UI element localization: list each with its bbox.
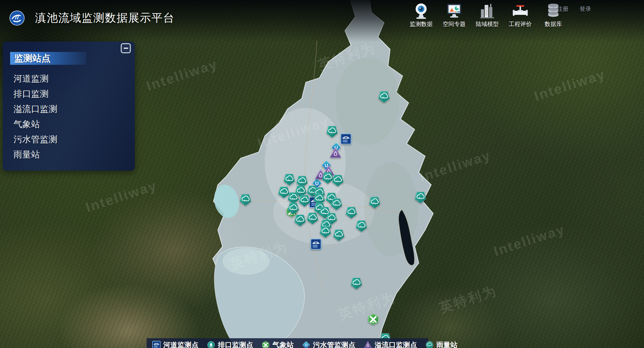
register-link[interactable]: 注册 [557,5,568,13]
nav-item-label: 空间专题 [443,20,466,28]
station-type-item[interactable]: 雨量站 [13,147,135,162]
buildings-icon [478,2,496,20]
login-link[interactable]: 登录 [580,5,591,13]
map-marker-rain[interactable] [239,193,252,206]
map-marker-rain[interactable] [306,212,319,225]
nav-item-label: 工程评价 [509,20,532,28]
map-marker-rain[interactable] [332,229,345,241]
nav-item-label: 陆域模型 [476,20,499,28]
map-legend: 河道监测点 排口监测点 气象站 污水管监测点 溢流口监测点 雨量站 [147,338,428,348]
legend-item-label: 溢流口监测点 [375,340,417,348]
legend-item-label: 雨量站 [436,340,458,348]
weather-marker-icon [261,341,270,348]
auth-links: 注册 登录 [557,5,591,13]
legend-item-label: 排口监测点 [218,340,253,348]
nav-item-valve[interactable]: 工程评价 [506,2,534,28]
collapse-panel-button[interactable] [121,43,131,53]
map-marker-rain[interactable] [378,90,390,103]
overflow-marker-icon [363,341,372,348]
nav-item-label: 监测数据 [410,20,433,28]
outfall-marker-icon [207,341,215,348]
legend-item-overflow[interactable]: 溢流口监测点 [363,340,417,348]
page-title: 滇池流域监测数据展示平台 [35,10,175,26]
nav-item-webcam[interactable]: 监测数据 [407,2,435,28]
map-marker-rain[interactable] [345,206,358,219]
app-root: Intelliway英特利为Intelliway英特利为IntelliwayIn… [0,0,644,348]
legend-item-label: 河道监测点 [163,340,199,348]
top-bar: 滇池流域监测数据展示平台 监测数据 空间专题 陆域模型 工程评价 数据库 注册 … [0,0,644,34]
map-marker-rain[interactable] [414,191,427,204]
map-marker-overflow[interactable] [329,146,342,159]
map-marker-rain[interactable] [319,225,332,238]
map-marker-weather[interactable] [367,313,380,326]
legend-item-rain[interactable]: 雨量站 [425,340,458,348]
map-marker-rain[interactable] [287,202,300,215]
map-marker-rain[interactable] [294,214,306,227]
legend-item-label: 气象站 [272,340,294,348]
map-marker-rain[interactable] [331,174,344,187]
minus-icon [124,48,128,49]
station-type-item[interactable]: 排口监测 [13,86,135,102]
station-type-list: 河道监测排口监测溢流口监测气象站污水管监测雨量站 [3,71,135,162]
river-marker-icon [152,341,161,348]
valve-icon [511,2,529,20]
map-marker-rain[interactable] [326,125,339,138]
legend-item-outfall[interactable]: 排口监测点 [207,340,253,348]
station-type-item[interactable]: 溢流口监测 [13,102,135,117]
legend-item-river[interactable]: 河道监测点 [152,340,199,348]
brand: 滇池流域监测数据展示平台 [9,10,175,26]
monitor-chart-icon [445,2,463,20]
station-type-item[interactable]: 气象站 [13,117,135,132]
legend-item-sewer[interactable]: 污水管监测点 [302,340,355,348]
station-type-item[interactable]: 河道监测 [13,71,135,86]
map-marker-rain[interactable] [330,198,343,210]
nav-item-monitor-chart[interactable]: 空间专题 [440,2,468,28]
nav-item-buildings[interactable]: 陆域模型 [473,2,501,28]
map-marker-river[interactable] [310,238,322,250]
legend-item-label: 污水管监测点 [313,340,355,348]
top-nav: 监测数据 空间专题 陆域模型 工程评价 数据库 [407,2,567,28]
webcam-icon [412,2,430,20]
map-marker-rain[interactable] [350,277,363,290]
map-marker-rain[interactable] [355,220,368,232]
legend-item-weather[interactable]: 气象站 [261,340,294,348]
map-marker-rain[interactable] [283,173,296,186]
station-type-item[interactable]: 污水管监测 [13,132,135,147]
nav-item-label: 数据库 [545,20,562,28]
rain-marker-icon [425,341,434,348]
map-marker-rain[interactable] [368,196,381,209]
sewer-marker-icon [302,341,311,348]
station-panel: 监测站点 河道监测排口监测溢流口监测气象站污水管监测雨量站 [3,41,135,171]
panel-title[interactable]: 监测站点 [10,52,86,65]
platform-logo [9,10,25,26]
map-marker-rain[interactable] [298,194,311,207]
map-marker-river[interactable] [340,133,352,145]
